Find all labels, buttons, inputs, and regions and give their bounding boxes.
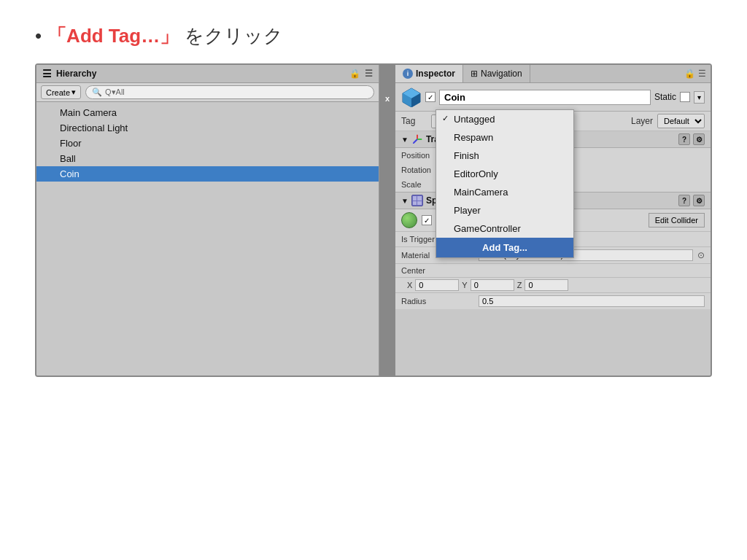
transform-icon: [411, 133, 423, 145]
item-label: Floor: [60, 138, 82, 149]
list-item[interactable]: Directional Light: [36, 120, 379, 136]
item-label: Ball: [60, 153, 76, 164]
hierarchy-list-icon: ☰: [42, 68, 52, 79]
object-name-input[interactable]: [439, 90, 651, 105]
radius-row: Radius: [395, 293, 711, 309]
search-icon: 🔍: [92, 88, 102, 97]
list-item[interactable]: Floor: [36, 136, 379, 151]
static-dropdown-button[interactable]: ▾: [694, 91, 705, 104]
cz-label: Z: [517, 281, 522, 289]
static-label: Static: [654, 92, 676, 102]
dropdown-item-respawn[interactable]: Respawn: [436, 128, 573, 147]
edit-collider-button[interactable]: Edit Collider: [649, 213, 705, 228]
grid-icon: [411, 195, 423, 206]
cx-label: X: [407, 281, 412, 289]
x-label: x: [385, 94, 390, 103]
hierarchy-lock-icon: 🔒: [349, 69, 360, 79]
svg-line-6: [414, 139, 417, 143]
transform-help-btn[interactable]: ?: [678, 133, 690, 145]
item-label: Coin: [60, 168, 80, 179]
list-item[interactable]: Main Camera: [36, 105, 379, 120]
cube-icon: [401, 87, 422, 107]
dropdown-item-add-tag[interactable]: Add Tag...: [436, 238, 573, 257]
collider-gear-btn[interactable]: ⚙: [693, 195, 705, 206]
inspector-tabs: i Inspector ⊞ Navigation 🔒 ☰: [395, 65, 711, 83]
transform-arrow-icon: ▼: [401, 136, 409, 144]
radius-label: Radius: [401, 297, 474, 306]
cx-input[interactable]: [415, 279, 459, 291]
list-item-selected[interactable]: Coin: [36, 166, 379, 182]
hierarchy-panel: ☰ Hierarchy 🔒 ☰ Create ▾ 🔍 Q▾All Main Ca…: [36, 65, 379, 376]
create-button[interactable]: Create ▾: [41, 85, 81, 99]
layer-label: Layer: [631, 116, 653, 126]
collider-arrow-icon: ▼: [401, 197, 409, 205]
screenshot-container: ☰ Hierarchy 🔒 ☰ Create ▾ 🔍 Q▾All Main Ca…: [35, 63, 712, 377]
bullet: •: [35, 25, 42, 47]
center-xyz-row: X Y Z: [395, 278, 711, 293]
hierarchy-menu-icon: ☰: [365, 69, 373, 79]
tag-dropdown-menu: ✓ Untagged Respawn Finish EditorOnly Mai…: [436, 109, 574, 258]
search-box: 🔍 Q▾All: [85, 85, 374, 99]
tab-menu-icon: ☰: [698, 69, 711, 79]
material-target-icon[interactable]: ⊙: [697, 250, 705, 260]
object-header: ✓ Static ▾: [395, 83, 711, 112]
layer-select[interactable]: Default: [657, 114, 705, 128]
title-highlight: 「Add Tag…」: [47, 23, 179, 49]
item-label: Main Camera: [60, 107, 117, 118]
search-placeholder: Q▾All: [105, 88, 125, 97]
edit-collider-label: Edit Collider: [655, 216, 698, 225]
center-label: Center: [401, 266, 425, 275]
hierarchy-title: Hierarchy: [56, 69, 96, 79]
tab-lock-icon: 🔒: [684, 69, 698, 79]
radius-input[interactable]: [479, 295, 705, 307]
info-icon: i: [403, 69, 413, 79]
left-edge-bar: x: [379, 65, 395, 376]
dropdown-item-gamecontroller[interactable]: GameController: [436, 219, 573, 238]
list-item[interactable]: Ball: [36, 151, 379, 166]
static-checkbox[interactable]: [680, 92, 690, 102]
hierarchy-list: Main Camera Directional Light Floor Ball…: [36, 102, 379, 376]
collider-help-btn[interactable]: ?: [678, 195, 690, 206]
tab-inspector[interactable]: i Inspector: [395, 65, 463, 82]
item-label: Directional Light: [60, 122, 128, 133]
cy-label: Y: [462, 281, 467, 289]
tag-label: Tag: [401, 116, 427, 126]
hierarchy-header: ☰ Hierarchy 🔒 ☰: [36, 65, 379, 83]
dropdown-item-player[interactable]: Player: [436, 201, 573, 219]
create-arrow-icon: ▾: [71, 88, 76, 97]
check-icon: ✓: [442, 114, 449, 123]
tab-navigation[interactable]: ⊞ Navigation: [463, 65, 530, 82]
collider-sphere-icon: [401, 212, 417, 228]
dropdown-item-finish[interactable]: Finish: [436, 147, 573, 165]
dropdown-item-untagged[interactable]: ✓ Untagged: [436, 110, 573, 128]
transform-gear-btn[interactable]: ⚙: [693, 133, 705, 145]
dropdown-item-maincamera[interactable]: MainCamera: [436, 183, 573, 201]
title-normal: をクリック: [185, 23, 283, 49]
inspector-panel: i Inspector ⊞ Navigation 🔒 ☰ ✓: [395, 65, 711, 376]
dropdown-item-editoronly[interactable]: EditorOnly: [436, 165, 573, 183]
object-checkbox[interactable]: ✓: [425, 92, 436, 102]
navigation-tab-label: Navigation: [481, 69, 522, 79]
inspector-tab-label: Inspector: [416, 69, 455, 79]
hierarchy-toolbar: Create ▾ 🔍 Q▾All: [36, 83, 379, 102]
center-label-row: Center: [395, 264, 711, 278]
cz-input[interactable]: [525, 279, 568, 291]
create-label: Create: [46, 88, 70, 97]
cy-input[interactable]: [471, 279, 514, 291]
collider-enabled-checkbox[interactable]: ✓: [422, 215, 432, 225]
nav-icon: ⊞: [471, 69, 478, 79]
